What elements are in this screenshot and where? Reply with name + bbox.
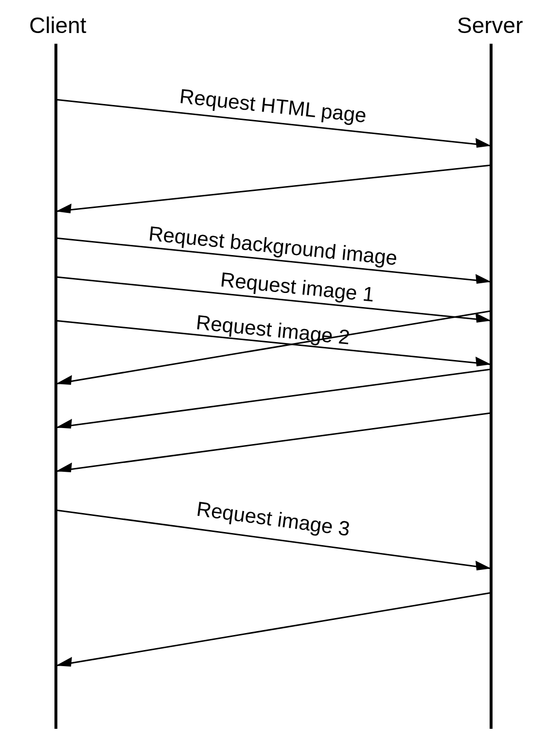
svg-marker-1 [476,138,491,148]
svg-line-18 [56,593,491,666]
svg-line-14 [56,413,491,471]
svg-marker-13 [56,419,72,429]
msg-response-html [56,165,491,213]
msg-request-img1: Request image 1 [56,268,491,323]
svg-line-2 [56,165,491,211]
msg-request-img3: Request image 3 [56,497,491,570]
svg-marker-3 [56,204,71,213]
msg-response-img2 [56,413,491,472]
msg-request-html-label: Request HTML page [178,85,368,127]
msg-response-img1 [56,369,491,429]
svg-marker-19 [56,657,72,667]
sequence-diagram: Client Server Request HTML page Request … [0,0,547,756]
svg-marker-17 [476,561,491,570]
svg-line-12 [56,369,491,428]
msg-request-img1-label: Request image 1 [219,268,375,306]
msg-request-bg-label: Request background image [148,222,399,270]
msg-response-img3 [56,593,491,667]
msg-request-html: Request HTML page [56,85,491,148]
svg-marker-15 [56,463,72,472]
participant-client: Client [29,13,87,38]
msg-request-img3-label: Request image 3 [195,497,351,540]
svg-marker-11 [56,375,72,385]
participant-server: Server [457,13,523,38]
msg-request-img2: Request image 2 [56,310,491,366]
